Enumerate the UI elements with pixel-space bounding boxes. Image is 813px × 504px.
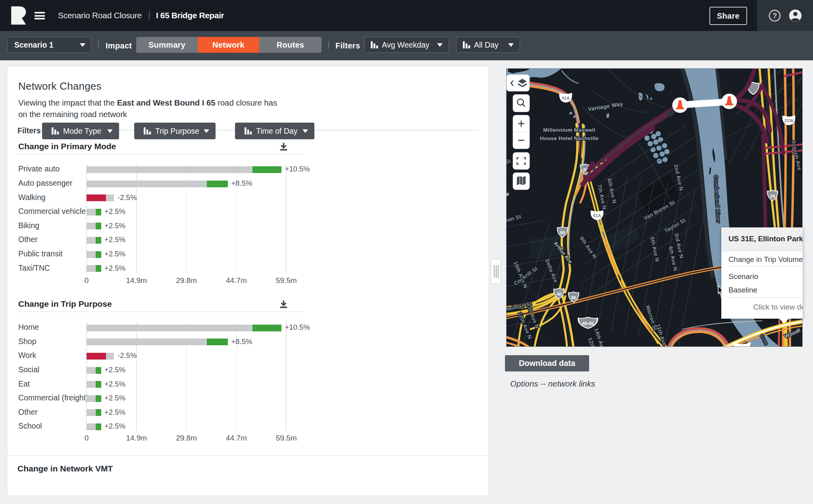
- svg-text:e: e: [506, 191, 509, 197]
- svg-text:31W: 31W: [784, 118, 793, 123]
- svg-text:40·65: 40·65: [582, 321, 594, 326]
- svg-text:65: 65: [560, 230, 565, 235]
- svg-text:?: ?: [773, 12, 777, 20]
- svg-text:41A: 41A: [562, 96, 570, 100]
- svg-text:65: 65: [571, 295, 576, 300]
- svg-text:41A: 41A: [593, 213, 601, 218]
- svg-text:Millennium Maxwell: Millennium Maxwell: [543, 127, 595, 133]
- svg-text:24: 24: [770, 194, 775, 198]
- svg-text:40: 40: [557, 292, 561, 296]
- svg-text:House Hotel Nashville: House Hotel Nashville: [540, 135, 599, 141]
